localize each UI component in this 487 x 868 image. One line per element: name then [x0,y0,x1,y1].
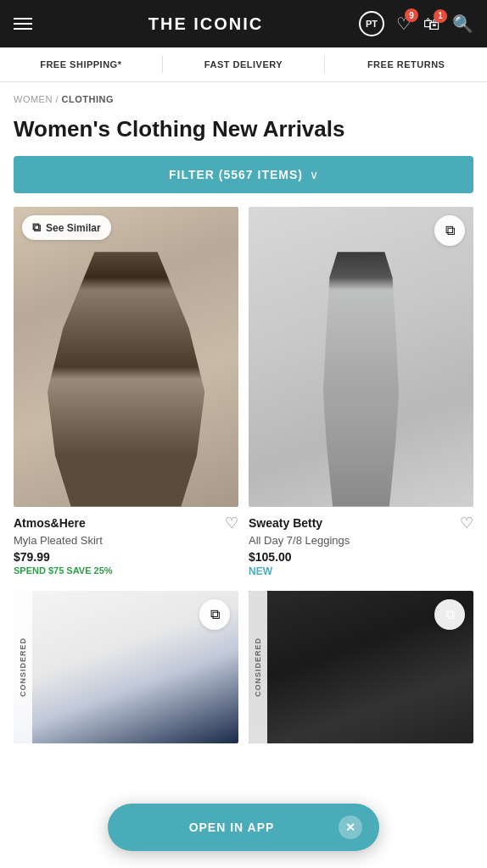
wishlist-button[interactable]: ♡ [460,514,473,532]
product-image[interactable]: CONSIDERED ⧉ [14,591,238,743]
product-image[interactable]: ⧉ See Similar [14,207,238,506]
product-price: $105.00 [249,550,473,564]
page-title: Women's Clothing New Arrivals [0,111,487,156]
considered-label: CONSIDERED [254,637,262,697]
search-icon: 🔍 [452,14,473,34]
header-icons: PT ♡ 9 🛍 1 🔍 [359,11,473,36]
see-similar-button[interactable]: ⧉ See Similar [22,215,111,240]
product-name: Myla Pleated Skirt [14,534,238,547]
considered-badge: CONSIDERED [249,591,267,743]
product-badge: NEW [249,565,473,577]
product-card: ⧉ See Similar Atmos&Here ♡ Myla Pleated … [14,207,238,580]
product-info: Atmos&Here ♡ Myla Pleated Skirt $79.99 S… [14,507,238,579]
product-name: All Day 7/8 Leggings [249,534,473,547]
filter-label: FILTER (5567 ITEMS) [169,168,303,181]
considered-label: CONSIDERED [19,637,27,697]
avatar-initials: PT [359,11,384,36]
product-badge: SPEND $75 SAVE 25% [14,565,238,576]
promo-bar: FREE SHIPPING* FAST DELIVERY FREE RETURN… [0,47,487,82]
product-info: Sweaty Betty ♡ All Day 7/8 Leggings $105… [249,507,473,581]
see-similar-overlay-button[interactable]: ⧉ [434,599,465,630]
product-brand: Sweaty Betty [249,516,322,530]
product-price: $79.99 [14,550,238,564]
header: THE ICONIC PT ♡ 9 🛍 1 🔍 [0,0,487,47]
promo-fast-delivery: FAST DELIVERY [163,56,326,73]
filter-bar[interactable]: FILTER (5567 ITEMS) ∨ [14,156,473,193]
breadcrumb: WOMEN / CLOTHING [0,82,487,111]
copy-icon: ⧉ [445,607,455,622]
see-similar-overlay-button[interactable]: ⧉ [199,599,230,630]
breadcrumb-parent[interactable]: WOMEN [14,94,53,104]
breadcrumb-current: CLOTHING [62,94,114,104]
cart-icon-btn[interactable]: 🛍 1 [423,14,440,34]
product-brand: Atmos&Here [14,516,86,530]
product-brand-row: Sweaty Betty ♡ [249,514,473,532]
considered-badge: CONSIDERED [14,591,32,743]
site-logo: THE ICONIC [53,14,359,34]
product-image[interactable]: CONSIDERED ⧉ [249,591,473,743]
user-avatar[interactable]: PT [359,11,384,36]
filter-chevron-icon: ∨ [310,168,318,181]
product-grid: ⧉ See Similar Atmos&Here ♡ Myla Pleated … [0,207,487,743]
product-brand-row: Atmos&Here ♡ [14,514,238,532]
wishlist-button[interactable]: ♡ [225,514,238,532]
promo-free-returns: FREE RETURNS [325,56,487,73]
see-similar-overlay-button[interactable]: ⧉ [434,215,465,246]
breadcrumb-separator: / [55,94,61,104]
product-card: CONSIDERED ⧉ [14,591,238,743]
cart-badge: 1 [434,9,447,23]
product-card: CONSIDERED ⧉ [249,591,473,743]
promo-free-shipping: FREE SHIPPING* [0,56,163,73]
see-similar-icon: ⧉ [32,220,41,235]
copy-icon: ⧉ [445,223,455,238]
wishlist-icon-btn[interactable]: ♡ 9 [396,14,411,34]
search-icon-btn[interactable]: 🔍 [452,14,473,34]
wishlist-badge: 9 [405,8,418,22]
see-similar-label: See Similar [46,222,101,234]
product-image[interactable]: ⧉ [249,207,473,506]
product-card: ⧉ Sweaty Betty ♡ All Day 7/8 Leggings $1… [249,207,473,580]
copy-icon: ⧉ [210,607,220,622]
hamburger-menu[interactable] [14,18,32,30]
